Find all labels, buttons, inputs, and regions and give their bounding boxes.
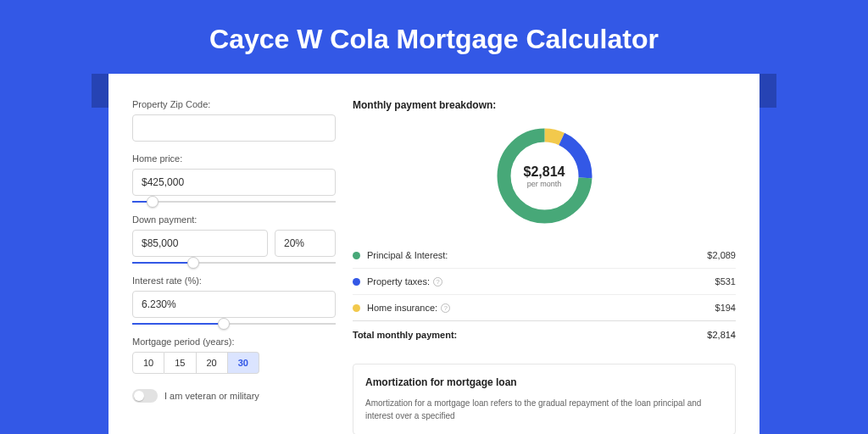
interest-label: Interest rate (%): xyxy=(132,275,336,286)
veteran-toggle[interactable] xyxy=(132,389,158,403)
interest-input[interactable] xyxy=(132,291,336,318)
info-icon[interactable]: ? xyxy=(441,303,450,313)
period-button-15[interactable]: 15 xyxy=(164,352,196,374)
zip-label: Property Zip Code: xyxy=(132,99,336,109)
donut-chart: $2,814 per month xyxy=(492,123,598,229)
home-price-slider-thumb[interactable] xyxy=(147,196,159,208)
input-column: Property Zip Code: Home price: Down paym… xyxy=(132,99,336,434)
total-row: Total monthly payment: $2,814 xyxy=(353,320,736,348)
down-payment-label: Down payment: xyxy=(132,214,336,225)
down-payment-input[interactable] xyxy=(132,230,268,257)
down-payment-slider-thumb[interactable] xyxy=(187,257,199,269)
total-amount: $2,814 xyxy=(707,330,736,340)
donut-chart-wrap: $2,814 per month xyxy=(353,123,736,229)
veteran-toggle-row: I am veteran or military xyxy=(132,389,336,403)
breakdown-row: Home insurance: ?$194 xyxy=(353,295,736,320)
page-title: Cayce W Cola Mortgage Calculator xyxy=(0,0,868,74)
breakdown-label: Principal & Interest: xyxy=(367,250,707,260)
calculator-card: Property Zip Code: Home price: Down paym… xyxy=(108,74,760,434)
amortization-text: Amortization for a mortgage loan refers … xyxy=(365,397,723,422)
breakdown-title: Monthly payment breakdown: xyxy=(353,99,736,111)
zip-field-group: Property Zip Code: xyxy=(132,99,336,142)
period-button-20[interactable]: 20 xyxy=(197,352,228,374)
down-payment-field-group: Down payment: xyxy=(132,214,336,264)
veteran-label: I am veteran or military xyxy=(164,391,259,401)
donut-value: $2,814 xyxy=(524,164,565,180)
period-button-group: 10152030 xyxy=(132,352,336,374)
period-label: Mortgage period (years): xyxy=(132,337,336,347)
breakdown-label: Home insurance: ? xyxy=(367,303,715,313)
period-field-group: Mortgage period (years): 10152030 xyxy=(132,337,336,374)
amortization-title: Amortization for mortgage loan xyxy=(365,376,723,388)
breakdown-amount: $2,089 xyxy=(707,250,736,260)
legend-dot xyxy=(353,304,360,312)
down-payment-slider-fill xyxy=(132,262,193,264)
breakdown-amount: $194 xyxy=(715,303,736,313)
down-payment-pct-input[interactable] xyxy=(275,230,336,257)
home-price-field-group: Home price: xyxy=(132,153,336,203)
interest-slider-thumb[interactable] xyxy=(218,318,230,330)
amortization-box: Amortization for mortgage loan Amortizat… xyxy=(353,364,736,434)
breakdown-label: Property taxes: ? xyxy=(367,276,715,287)
veteran-toggle-knob xyxy=(134,391,144,401)
breakdown-row: Property taxes: ?$531 xyxy=(353,269,736,295)
donut-sub: per month xyxy=(527,180,562,188)
breakdown-row: Principal & Interest:$2,089 xyxy=(353,242,736,269)
period-button-10[interactable]: 10 xyxy=(132,352,164,374)
down-payment-slider[interactable] xyxy=(132,262,336,264)
home-price-label: Home price: xyxy=(132,153,336,164)
legend-dot xyxy=(353,252,360,259)
home-price-slider[interactable] xyxy=(132,201,336,203)
period-button-30[interactable]: 30 xyxy=(228,352,259,374)
legend-dot xyxy=(353,278,360,286)
breakdown-column: Monthly payment breakdown: $2,814 per mo… xyxy=(353,99,736,434)
breakdown-amount: $531 xyxy=(715,276,736,287)
interest-slider-fill xyxy=(132,323,224,325)
total-label: Total monthly payment: xyxy=(353,330,707,340)
home-price-input[interactable] xyxy=(132,169,336,196)
info-icon[interactable]: ? xyxy=(433,277,442,287)
breakdown-list: Principal & Interest:$2,089Property taxe… xyxy=(353,242,736,320)
interest-slider[interactable] xyxy=(132,323,336,325)
donut-center: $2,814 per month xyxy=(492,123,598,229)
interest-field-group: Interest rate (%): xyxy=(132,275,336,325)
zip-input[interactable] xyxy=(132,114,336,142)
